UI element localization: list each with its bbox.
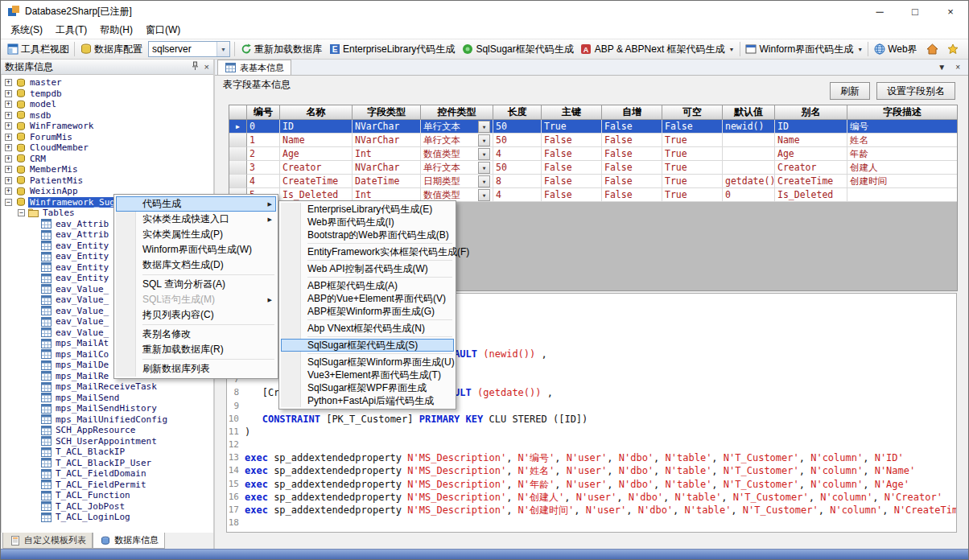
grid-column-header[interactable]: 编号 xyxy=(247,105,280,120)
tree-expander[interactable]: + xyxy=(5,122,12,130)
grid-cell[interactable]: False xyxy=(662,120,723,134)
submenu-item[interactable]: SqlSugar框架代码生成(S) xyxy=(281,339,454,352)
grid-cell[interactable]: newid() xyxy=(723,120,775,134)
tree-item-table[interactable]: mps_MailUnifiedConfig xyxy=(2,414,213,426)
grid-cell[interactable]: Creator xyxy=(280,161,353,175)
submenu-item[interactable]: Web界面代码生成(I) xyxy=(281,216,454,229)
tree-item-database[interactable]: +model xyxy=(2,99,213,110)
tree-item-database[interactable]: +CRM xyxy=(2,154,213,165)
row-selector[interactable] xyxy=(229,147,247,161)
tree-item-table[interactable]: mps_MailSendHistory xyxy=(2,403,213,414)
grid-cell[interactable]: 姓名 xyxy=(847,134,958,147)
menubar-item[interactable]: 窗口(W) xyxy=(139,22,187,39)
row-selector[interactable]: ▶ xyxy=(229,120,247,134)
grid-cell[interactable]: False xyxy=(602,147,662,161)
context-menu-item[interactable]: 实体类属性生成(P) xyxy=(116,227,276,242)
tree-item-table[interactable]: T_ACL_BlackIP xyxy=(2,447,213,458)
grid-cell[interactable]: Age xyxy=(280,147,353,161)
tree-expander[interactable]: + xyxy=(5,134,12,141)
grid-cell[interactable]: 4 xyxy=(493,147,542,161)
tree-expander[interactable]: − xyxy=(5,199,12,206)
grid-cell[interactable]: 年龄 xyxy=(847,147,958,161)
grid-cell[interactable]: False xyxy=(542,134,602,147)
grid-cell[interactable]: True xyxy=(662,147,723,161)
toolbar-button[interactable]: 数据库配置 xyxy=(76,40,146,58)
tree-item-database[interactable]: +PatientMis xyxy=(2,175,213,187)
combo-dropdown-icon[interactable]: ▼ xyxy=(478,134,490,146)
grid-cell[interactable]: 4 xyxy=(247,175,280,188)
grid-cell[interactable]: True xyxy=(662,175,723,188)
grid-column-header[interactable]: 默认值 xyxy=(723,105,775,120)
context-menu-item[interactable]: 重新加载数据库(R) xyxy=(116,342,276,357)
tree-expander[interactable]: + xyxy=(5,101,12,108)
tree-item-database[interactable]: +tempdb xyxy=(2,89,213,100)
context-menu-item[interactable]: 刷新数据库列表 xyxy=(116,361,276,377)
context-menu-item[interactable]: SQL 查询分析器(A) xyxy=(116,277,276,292)
grid-cell[interactable]: False xyxy=(542,147,602,161)
grid-cell[interactable]: False xyxy=(602,134,662,147)
submenu-item[interactable]: EntityFramework实体框架代码生成(F) xyxy=(281,245,454,258)
grid-cell[interactable]: 创建人 xyxy=(847,161,958,175)
grid-cell[interactable]: NVarChar xyxy=(353,134,421,147)
grid-cell[interactable]: 数值类型▼ xyxy=(421,147,493,161)
tree-item-database[interactable]: +msdb xyxy=(2,110,213,121)
tree-expander[interactable]: + xyxy=(5,187,12,195)
grid-cell[interactable]: Age xyxy=(775,147,847,161)
grid-cell[interactable]: NVarChar xyxy=(353,120,421,134)
submenu-item[interactable]: EnterpriseLibrary代码生成(E) xyxy=(281,203,454,216)
grid-cell[interactable]: 50 xyxy=(493,120,542,134)
db-type-combobox[interactable]: sqlserver▼ xyxy=(148,41,230,57)
submenu-item[interactable]: Vue3+Element界面代码生成(T) xyxy=(281,369,454,381)
table-row[interactable]: 1NameNVarChar单行文本▼50FalseFalseTrueName姓名 xyxy=(229,134,957,147)
grid-cell[interactable] xyxy=(723,147,775,161)
toolbar-button[interactable]: 工具栏视图 xyxy=(3,40,72,58)
grid-cell[interactable]: Int xyxy=(353,147,421,161)
grid-cell[interactable]: False xyxy=(542,188,602,202)
submenu-item[interactable]: Python+FastApi后端代码生成 xyxy=(281,394,454,407)
table-row[interactable]: 2AgeInt数值类型▼4FalseFalseTrueAge年龄 xyxy=(229,147,957,161)
grid-cell[interactable]: Is_Deleted xyxy=(775,188,847,202)
toolbar-button[interactable]: SqlSugar框架代码生成 xyxy=(458,40,576,58)
grid-cell[interactable]: CreateTime xyxy=(280,175,353,188)
grid-column-header[interactable]: 字段描述 xyxy=(847,105,958,120)
grid-cell[interactable]: NVarChar xyxy=(353,161,421,175)
tree-item-database[interactable]: +MemberMis xyxy=(2,164,213,175)
tree-item-table[interactable]: T_ACL_FieldPermit xyxy=(2,480,213,491)
row-selector[interactable] xyxy=(229,161,247,175)
grid-column-header[interactable]: 控件类型 xyxy=(421,105,493,120)
combo-dropdown-icon[interactable]: ▼ xyxy=(478,189,490,201)
tree-item-table[interactable]: T_ACL_BlackIP_User xyxy=(2,458,213,469)
grid-column-header[interactable]: 主键 xyxy=(542,105,602,120)
tree-item-table[interactable]: SCH_UserAppointment xyxy=(2,436,213,447)
tree-item-table[interactable]: mps_MailSend xyxy=(2,393,213,404)
grid-cell[interactable]: True xyxy=(662,188,723,202)
combo-dropdown-icon[interactable]: ▼ xyxy=(478,121,490,133)
row-selector[interactable] xyxy=(229,175,247,188)
grid-cell[interactable]: 单行文本▼ xyxy=(421,134,493,147)
tree-expander[interactable]: − xyxy=(18,209,25,216)
tree-expander[interactable]: + xyxy=(5,112,12,119)
grid-column-header[interactable]: 自增 xyxy=(602,105,662,120)
grid-cell[interactable]: 1 xyxy=(247,134,280,147)
grid-cell[interactable]: True xyxy=(662,134,723,147)
grid-cell[interactable]: Name xyxy=(280,134,353,147)
grid-cell[interactable]: False xyxy=(602,188,662,202)
toolbar-button[interactable]: AABP & ABPNext 框架代码生成▼ xyxy=(577,40,738,58)
grid-cell[interactable]: 单行文本▼ xyxy=(421,161,493,175)
submenu-item[interactable]: SqlSugar框架WPF界面生成 xyxy=(281,381,454,394)
tree-expander[interactable]: + xyxy=(5,166,12,173)
grid-cell[interactable]: 编号 xyxy=(847,120,958,134)
toolbar-button[interactable] xyxy=(923,40,942,58)
submenu-item[interactable]: ABP框架Winform界面生成(G) xyxy=(281,305,454,318)
bottom-tab-template-list[interactable]: 自定义模板列表 xyxy=(2,533,93,549)
grid-cell[interactable]: 3 xyxy=(247,161,280,175)
grid-cell[interactable]: Name xyxy=(775,134,847,147)
grid-column-header[interactable]: 别名 xyxy=(775,105,847,120)
submenu-item[interactable]: Web API控制器代码生成(W) xyxy=(281,262,454,275)
tab-close-icon[interactable]: × xyxy=(955,63,960,72)
tree-item-database[interactable]: +ForumMis xyxy=(2,132,213,143)
tree-expander[interactable]: + xyxy=(5,155,12,163)
submenu-item[interactable]: SqlSugar框架Winform界面生成(U) xyxy=(281,356,454,369)
tree-item-database[interactable]: +WinFramework xyxy=(2,121,213,132)
grid-cell[interactable]: ID xyxy=(775,120,847,134)
